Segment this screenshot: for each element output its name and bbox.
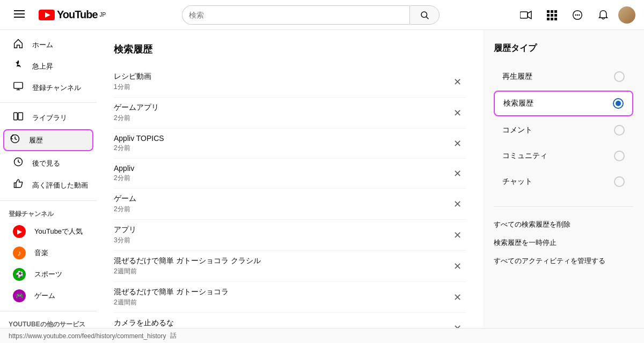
history-item-left: Appliv TOPICS 2分前 xyxy=(114,134,164,153)
svg-rect-10 xyxy=(551,10,553,13)
svg-rect-16 xyxy=(551,18,553,20)
svg-rect-7 xyxy=(520,12,528,18)
history-item-close-button[interactable]: ✕ xyxy=(449,320,466,329)
svg-rect-14 xyxy=(554,14,557,17)
history-item-name: レシピ動画 xyxy=(114,72,151,81)
history-item-name: ゲームアプリ xyxy=(114,103,159,113)
history-item-left: ゲームアプリ 2分前 xyxy=(114,103,159,123)
radio-inner-search xyxy=(616,101,621,106)
sidebar-divider-3 xyxy=(0,311,97,311)
history-item-time: 3分前 xyxy=(114,236,136,245)
right-panel: 履歴タイプ 再生履歴 検索履歴 コメント コミュニティ チャット すべての検索履… xyxy=(483,30,644,328)
svg-line-6 xyxy=(426,17,428,19)
chat-icon xyxy=(572,10,583,20)
sidebar-nav-section: ホーム 急上昇 登録チャンネル xyxy=(0,34,97,98)
history-item-close-button[interactable]: ✕ xyxy=(449,289,466,305)
content-area: 検索履歴 レシピ動画 1分前 ✕ ゲームアプリ 2分前 ✕ Appliv TOP… xyxy=(97,30,483,328)
svg-point-20 xyxy=(577,14,579,16)
create-video-button[interactable] xyxy=(515,4,537,26)
sidebar-item-history[interactable]: 履歴 xyxy=(3,129,93,151)
svg-rect-2 xyxy=(14,17,25,18)
bottom-url: https://www.youtube.com/feed/history/com… xyxy=(9,332,166,340)
hamburger-icon xyxy=(14,9,25,20)
sidebar-item-sports[interactable]: ⚽ スポーツ xyxy=(4,264,92,285)
search-icon xyxy=(420,10,429,20)
filter-item-play[interactable]: 再生履歴 xyxy=(494,65,633,88)
sports-icon: ⚽ xyxy=(13,268,26,281)
app-container: YouTubeJP xyxy=(0,0,644,343)
svg-rect-12 xyxy=(547,14,550,17)
sidebar-item-library[interactable]: ライブラリ xyxy=(4,107,92,128)
sidebar-item-games-sub[interactable]: 🎮 ゲーム xyxy=(4,285,92,307)
filter-label-play: 再生履歴 xyxy=(502,72,532,81)
sidebar-label-youtube-popular: YouTubeで人気 xyxy=(34,227,83,236)
sidebar-other-section: YOUTUBEの他のサービス ▶ YouTube Premium 映画と番組 🎮… xyxy=(0,316,97,328)
sidebar-item-youtube-popular[interactable]: ▶ YouTubeで人気 xyxy=(4,221,92,242)
history-item-time: 2週間前 xyxy=(114,298,229,307)
main-area: ホーム 急上昇 登録チャンネル xyxy=(0,30,644,328)
history-item-close-button[interactable]: ✕ xyxy=(449,74,466,90)
sidebar-item-trending[interactable]: 急上昇 xyxy=(4,55,92,77)
svg-rect-9 xyxy=(547,10,550,13)
filter-item-community[interactable]: コミュニティ xyxy=(494,144,633,168)
sidebar-item-liked[interactable]: 高く評価した動画 xyxy=(4,174,92,196)
watch-later-icon xyxy=(13,156,24,170)
action-link-delete-all[interactable]: すべての検索履歴を削除 xyxy=(494,215,633,234)
history-list: レシピ動画 1分前 ✕ ゲームアプリ 2分前 ✕ Appliv TOPICS 2… xyxy=(114,66,466,328)
svg-rect-26 xyxy=(18,113,23,120)
history-item-name: カメラを止めるな xyxy=(114,318,174,328)
history-item-left: カメラを止めるな 3週間前 xyxy=(114,318,174,328)
history-item-close-button[interactable]: ✕ xyxy=(449,196,466,212)
sidebar-item-music[interactable]: ♪ 音楽 xyxy=(4,242,92,264)
svg-rect-25 xyxy=(14,113,18,120)
history-item: Appliv 2分前 ✕ xyxy=(114,159,466,189)
history-item-close-button[interactable]: ✕ xyxy=(449,136,466,152)
logo[interactable]: YouTubeJP xyxy=(39,9,106,21)
sidebar-item-home[interactable]: ホーム xyxy=(4,34,92,55)
history-item-close-button[interactable]: ✕ xyxy=(449,258,466,274)
avatar[interactable] xyxy=(618,6,635,24)
action-link-manage[interactable]: すべてのアクティビティを管理する xyxy=(494,252,633,270)
filter-label-search: 検索履歴 xyxy=(503,99,533,108)
sidebar-label-library: ライブラリ xyxy=(32,113,67,123)
svg-rect-17 xyxy=(554,18,557,20)
history-item-close-button[interactable]: ✕ xyxy=(449,227,466,243)
history-item-time: 2週間前 xyxy=(114,267,261,276)
sidebar-label-sports: スポーツ xyxy=(34,270,62,279)
menu-button[interactable] xyxy=(9,4,30,26)
messages-button[interactable] xyxy=(567,4,588,26)
subscribed-section-title: 登録チャンネル xyxy=(0,205,97,221)
sidebar-item-subscriptions[interactable]: 登録チャンネル xyxy=(4,77,92,98)
sidebar-label-subscriptions: 登録チャンネル xyxy=(32,83,81,93)
sidebar-label-history: 履歴 xyxy=(29,136,43,145)
history-item-close-button[interactable]: ✕ xyxy=(449,105,466,121)
history-item: ゲーム 2分前 ✕ xyxy=(114,189,466,220)
history-item-close-button[interactable]: ✕ xyxy=(449,166,466,182)
sidebar-label-watch-later: 後で見る xyxy=(32,159,60,168)
history-item-left: レシピ動画 1分前 xyxy=(114,72,151,92)
search-input[interactable] xyxy=(182,5,409,25)
filter-label-comment: コメント xyxy=(502,125,532,135)
sidebar-divider-2 xyxy=(0,200,97,201)
filter-item-chat[interactable]: チャット xyxy=(494,170,633,193)
trending-icon xyxy=(13,59,24,73)
history-item-left: アプリ 3分前 xyxy=(114,225,136,245)
history-item-name: Appliv xyxy=(114,164,134,173)
history-item-name: ゲーム xyxy=(114,194,136,204)
header-left: YouTubeJP xyxy=(9,4,106,26)
sidebar-label-music: 音楽 xyxy=(34,248,48,258)
filter-section: 再生履歴 検索履歴 コメント コミュニティ チャット xyxy=(494,65,633,193)
apps-button[interactable] xyxy=(541,4,562,26)
sidebar-item-watch-later[interactable]: 後で見る xyxy=(4,152,92,174)
filter-item-search[interactable]: 検索履歴 xyxy=(494,91,633,116)
search-button[interactable] xyxy=(409,5,440,25)
sidebar-label-trending: 急上昇 xyxy=(32,62,53,71)
history-item-time: 2分前 xyxy=(114,174,134,183)
svg-rect-11 xyxy=(554,10,557,13)
sidebar-label-liked: 高く評価した動画 xyxy=(32,181,88,190)
action-link-pause[interactable]: 検索履歴を一時停止 xyxy=(494,234,633,252)
filter-item-comment[interactable]: コメント xyxy=(494,118,633,142)
notifications-button[interactable] xyxy=(592,4,614,26)
sidebar: ホーム 急上昇 登録チャンネル xyxy=(0,30,97,328)
history-item: ゲームアプリ 2分前 ✕ xyxy=(114,98,466,129)
